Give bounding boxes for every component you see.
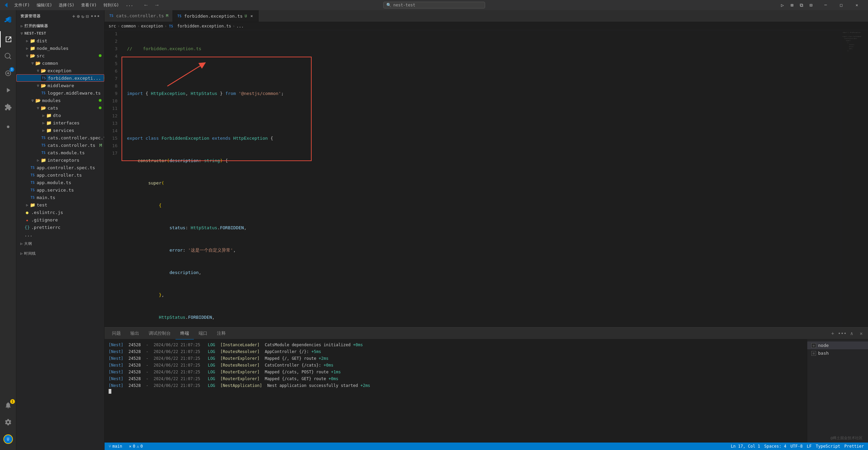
maximize-button[interactable]: □ (833, 0, 849, 10)
tree-item-test[interactable]: ▷ 📁 test (16, 201, 104, 209)
tree-item-app-service[interactable]: TS app.service.ts (16, 186, 104, 194)
tree-item-prettierrc[interactable]: {} .prettierrc (16, 223, 104, 231)
tree-item-src[interactable]: ▽ 📂 src (16, 52, 104, 59)
status-prettier[interactable]: Prettier (843, 443, 865, 450)
tree-item-app-controller[interactable]: TS app.controller.ts (16, 171, 104, 179)
activity-source-control[interactable]: 3 (0, 65, 16, 81)
tree-item-gitignore[interactable]: ⬥ .gitignore (16, 216, 104, 223)
terminal-close-button[interactable]: ✕ (857, 329, 865, 337)
tree-item-common[interactable]: ▽ 📂 common (16, 59, 104, 67)
terminal-main[interactable]: [Nest] 24528 - 2024/06/22 21:07:25 LOG [… (105, 339, 807, 443)
status-position[interactable]: Ln 17, Col 1 (730, 443, 762, 450)
tab-problems[interactable]: 问题 (107, 328, 126, 339)
activity-vscode-icon[interactable] (0, 12, 16, 28)
code-content[interactable]: // forbidden.exception.ts import { HttpE… (122, 30, 868, 327)
run-icon[interactable]: ▷ (778, 1, 787, 9)
tree-item-eslintrc[interactable]: ● .eslintrc.js (16, 209, 104, 216)
sidebar-header-actions: + ⊕ ↻ ⊟ ••• (72, 14, 100, 19)
tree-item-cats-controller[interactable]: TS cats.controller.ts M (16, 141, 104, 149)
project-root[interactable]: ▽ NEST-TEST (16, 30, 104, 37)
user-avatar[interactable]: U (0, 431, 16, 447)
tree-item-interfaces[interactable]: ▷ 📁 interfaces (16, 119, 104, 126)
activity-explorer[interactable] (0, 31, 16, 47)
exception-arrow: ▽ (35, 68, 41, 73)
tree-item-app-module[interactable]: TS app.module.ts (16, 179, 104, 186)
activity-settings[interactable] (0, 414, 16, 430)
tree-item-modules[interactable]: ▽ 📂 modules (16, 97, 104, 104)
code-editor[interactable]: 1 2 3 4 5 6 7 8 9 10 11 12 13 14 15 16 1 (105, 30, 868, 327)
status-branch[interactable]: ⑂ main (107, 443, 124, 450)
menu-select[interactable]: 选择(S) (56, 2, 77, 9)
nav-back-button[interactable]: ← (141, 1, 151, 9)
new-terminal-button[interactable]: + (829, 329, 837, 337)
avatar[interactable]: U (3, 434, 13, 444)
menu-file[interactable]: 文件(F) (12, 2, 33, 9)
grid-icon[interactable]: ⊟ (807, 1, 815, 9)
collapse-icon[interactable]: ⊟ (86, 14, 89, 19)
terminal-node[interactable]: ⊡ node (807, 341, 868, 349)
outline-header[interactable]: ▷ 大纲 (16, 240, 104, 248)
activity-extensions[interactable] (0, 99, 16, 115)
tree-item-logger-middleware[interactable]: TS logger.middleware.ts (16, 89, 104, 97)
tree-item-dto[interactable]: ▷ 📁 dto (16, 112, 104, 119)
status-language[interactable]: TypeScript (814, 443, 842, 450)
tree-item-exception[interactable]: ▽ 📂 exception (16, 67, 104, 74)
split-icon[interactable]: ⧉ (797, 1, 806, 9)
tree-item-interceptors[interactable]: ▷ 📁 interceptors (16, 156, 104, 164)
activity-ai[interactable] (0, 119, 16, 135)
tree-item-middleware[interactable]: ▽ 📂 middleware (16, 82, 104, 89)
status-encoding[interactable]: UTF-8 (789, 443, 804, 450)
open-editors-section[interactable]: ▷ 打开的编辑器 (16, 22, 104, 30)
tab-forbidden-exception[interactable]: TS forbidden.exception.ts U ✕ (173, 10, 259, 22)
tree-item-services[interactable]: ▷ 📁 services (16, 126, 104, 134)
log-line-6: [Nest] 24528 - 2024/06/22 21:07:25 LOG [… (109, 375, 803, 382)
terminal-up-button[interactable]: ∧ (848, 329, 856, 337)
tab-ports[interactable]: 端口 (194, 328, 212, 339)
tree-item-cats[interactable]: ▽ 📂 cats (16, 104, 104, 112)
tree-item-main[interactable]: TS main.ts (16, 194, 104, 201)
tree-item-cats-controller-spec[interactable]: TS cats.controller.spec.ts (16, 134, 104, 141)
activity-notifications[interactable]: 1 (0, 397, 16, 413)
status-line-ending[interactable]: LF (806, 443, 813, 450)
nav-forward-button[interactable]: → (152, 1, 162, 9)
tree-item-more[interactable]: ... (16, 231, 104, 238)
tab-close-button[interactable]: ✕ (249, 13, 254, 19)
tab-comments[interactable]: 注释 (212, 328, 230, 339)
refresh-icon[interactable]: ↻ (81, 14, 85, 19)
tab-debug-console[interactable]: 调试控制台 (144, 328, 176, 339)
breadcrumb-exception[interactable]: exception (141, 24, 163, 28)
tab-output[interactable]: 输出 (126, 328, 144, 339)
logger-middleware-label: logger.middleware.ts (48, 91, 101, 96)
status-spaces[interactable]: Spaces: 4 (763, 443, 788, 450)
tree-item-app-controller-spec[interactable]: TS app.controller.spec.ts (16, 164, 104, 171)
breadcrumb-file[interactable]: TS forbidden.exception.ts (168, 24, 231, 28)
close-button[interactable]: ✕ (849, 0, 865, 10)
activity-search[interactable] (0, 48, 16, 64)
tab-cats-controller[interactable]: TS cats.controller.ts M (105, 10, 173, 22)
menu-more[interactable]: ... (123, 2, 136, 9)
tab-terminal[interactable]: 终端 (176, 328, 194, 339)
breadcrumb-common[interactable]: common (121, 24, 136, 28)
tree-item-cats-module[interactable]: TS cats.module.ts (16, 149, 104, 156)
breadcrumb-more[interactable]: ... (236, 24, 244, 28)
tree-item-forbidden-exception[interactable]: TS forbidden.excepti... U (16, 74, 104, 82)
notification-badge: 1 (10, 399, 15, 404)
title-search[interactable]: 🔍 nest-test (383, 2, 485, 8)
minimize-button[interactable]: ─ (818, 0, 833, 10)
tree-item-dist[interactable]: ▷ 📁 dist (16, 37, 104, 44)
activity-run[interactable] (0, 82, 16, 98)
menu-view[interactable]: 查看(V) (78, 2, 99, 9)
menu-goto[interactable]: 转到(G) (101, 2, 122, 9)
new-file-icon[interactable]: + (72, 14, 75, 19)
layout-icon[interactable]: ⊞ (788, 1, 796, 9)
status-errors[interactable]: ✕ 0 ⚠ 0 (128, 443, 144, 450)
main-layout: 3 1 U 资源管理器 + (0, 10, 868, 450)
more-icon[interactable]: ••• (91, 14, 100, 19)
menu-edit[interactable]: 编辑(E) (34, 2, 55, 9)
new-folder-icon[interactable]: ⊕ (77, 14, 80, 19)
terminal-more-button[interactable]: ••• (838, 329, 846, 337)
breadcrumb-src[interactable]: src (109, 24, 116, 28)
terminal-bash[interactable]: ⊡ bash (807, 349, 868, 357)
tree-item-node-modules[interactable]: ▷ 📁 node_modules (16, 44, 104, 52)
timeline-header[interactable]: ▷ 时间线 (16, 250, 104, 257)
